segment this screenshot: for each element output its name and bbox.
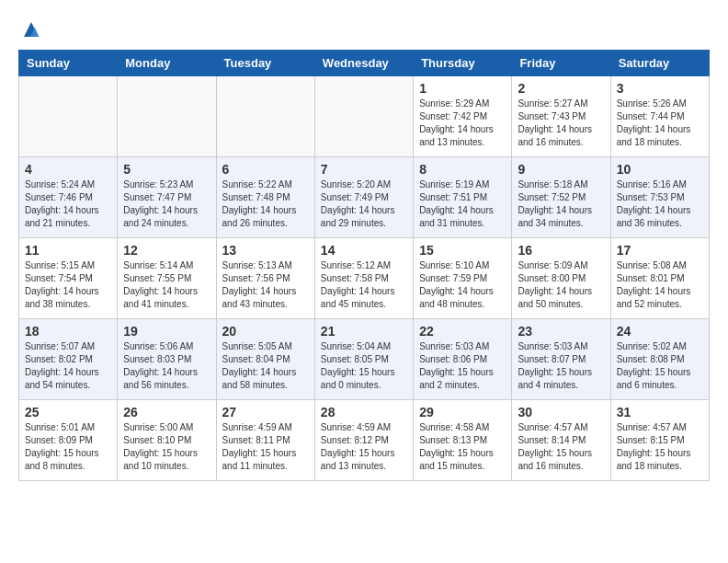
calendar-cell: 7Sunrise: 5:20 AM Sunset: 7:49 PM Daylig… <box>314 157 413 238</box>
day-number: 22 <box>419 324 506 339</box>
page-header <box>18 18 710 40</box>
calendar-cell <box>118 76 216 157</box>
day-number: 4 <box>25 162 111 177</box>
calendar-cell: 11Sunrise: 5:15 AM Sunset: 7:54 PM Dayli… <box>19 238 118 319</box>
day-number: 7 <box>321 162 407 177</box>
day-number: 18 <box>25 324 111 339</box>
day-info: Sunrise: 5:14 AM Sunset: 7:55 PM Dayligh… <box>123 259 210 311</box>
day-number: 16 <box>518 243 604 258</box>
calendar-cell: 9Sunrise: 5:18 AM Sunset: 7:52 PM Daylig… <box>512 157 610 238</box>
day-number: 11 <box>25 243 111 258</box>
day-number: 9 <box>518 162 604 177</box>
logo <box>18 18 42 40</box>
calendar-cell <box>216 76 314 157</box>
day-info: Sunrise: 5:06 AM Sunset: 8:03 PM Dayligh… <box>123 340 210 392</box>
calendar-cell: 6Sunrise: 5:22 AM Sunset: 7:48 PM Daylig… <box>216 157 314 238</box>
day-number: 21 <box>321 324 407 339</box>
day-of-week-header: Sunday <box>19 51 118 76</box>
day-info: Sunrise: 4:57 AM Sunset: 8:14 PM Dayligh… <box>518 421 604 473</box>
day-info: Sunrise: 5:07 AM Sunset: 8:02 PM Dayligh… <box>25 340 111 392</box>
calendar-cell: 3Sunrise: 5:26 AM Sunset: 7:44 PM Daylig… <box>610 76 709 157</box>
day-info: Sunrise: 5:04 AM Sunset: 8:05 PM Dayligh… <box>321 340 407 392</box>
calendar-cell: 29Sunrise: 4:58 AM Sunset: 8:13 PM Dayli… <box>414 400 512 481</box>
calendar-cell: 23Sunrise: 5:03 AM Sunset: 8:07 PM Dayli… <box>512 319 610 400</box>
calendar-cell: 22Sunrise: 5:03 AM Sunset: 8:06 PM Dayli… <box>414 319 512 400</box>
day-number: 23 <box>518 324 604 339</box>
day-info: Sunrise: 5:20 AM Sunset: 7:49 PM Dayligh… <box>321 178 407 230</box>
calendar: SundayMondayTuesdayWednesdayThursdayFrid… <box>18 50 710 481</box>
day-info: Sunrise: 5:22 AM Sunset: 7:48 PM Dayligh… <box>222 178 309 230</box>
day-info: Sunrise: 5:27 AM Sunset: 7:43 PM Dayligh… <box>518 98 604 149</box>
day-number: 13 <box>222 243 309 258</box>
day-number: 5 <box>123 162 210 177</box>
calendar-cell: 5Sunrise: 5:23 AM Sunset: 7:47 PM Daylig… <box>118 157 216 238</box>
day-number: 29 <box>419 405 506 419</box>
day-info: Sunrise: 4:57 AM Sunset: 8:15 PM Dayligh… <box>617 421 703 473</box>
day-number: 26 <box>123 405 210 419</box>
day-number: 17 <box>617 243 703 258</box>
calendar-cell: 15Sunrise: 5:10 AM Sunset: 7:59 PM Dayli… <box>414 238 512 319</box>
calendar-week-row: 1Sunrise: 5:29 AM Sunset: 7:42 PM Daylig… <box>19 76 710 157</box>
calendar-cell: 24Sunrise: 5:02 AM Sunset: 8:08 PM Dayli… <box>610 319 709 400</box>
day-of-week-header: Tuesday <box>216 51 314 76</box>
day-number: 24 <box>617 324 703 339</box>
calendar-week-row: 4Sunrise: 5:24 AM Sunset: 7:46 PM Daylig… <box>19 157 710 238</box>
day-info: Sunrise: 5:24 AM Sunset: 7:46 PM Dayligh… <box>25 178 111 230</box>
day-info: Sunrise: 5:29 AM Sunset: 7:42 PM Dayligh… <box>419 98 506 149</box>
day-info: Sunrise: 5:12 AM Sunset: 7:58 PM Dayligh… <box>321 259 407 311</box>
day-number: 1 <box>419 81 506 96</box>
calendar-cell <box>19 76 118 157</box>
calendar-cell: 26Sunrise: 5:00 AM Sunset: 8:10 PM Dayli… <box>118 400 216 481</box>
day-number: 3 <box>617 81 703 96</box>
day-number: 2 <box>518 81 604 96</box>
day-number: 27 <box>222 405 309 419</box>
day-info: Sunrise: 5:01 AM Sunset: 8:09 PM Dayligh… <box>25 421 111 473</box>
day-of-week-header: Monday <box>118 51 216 76</box>
day-info: Sunrise: 4:59 AM Sunset: 8:11 PM Dayligh… <box>222 421 309 473</box>
calendar-cell: 13Sunrise: 5:13 AM Sunset: 7:56 PM Dayli… <box>216 238 314 319</box>
calendar-cell: 1Sunrise: 5:29 AM Sunset: 7:42 PM Daylig… <box>414 76 512 157</box>
day-info: Sunrise: 5:10 AM Sunset: 7:59 PM Dayligh… <box>419 259 506 311</box>
day-info: Sunrise: 5:03 AM Sunset: 8:07 PM Dayligh… <box>518 340 604 392</box>
day-info: Sunrise: 5:19 AM Sunset: 7:51 PM Dayligh… <box>419 178 506 230</box>
day-number: 10 <box>617 162 703 177</box>
day-of-week-header: Thursday <box>414 51 512 76</box>
day-number: 8 <box>419 162 506 177</box>
day-info: Sunrise: 5:16 AM Sunset: 7:53 PM Dayligh… <box>617 178 703 230</box>
calendar-cell: 19Sunrise: 5:06 AM Sunset: 8:03 PM Dayli… <box>118 319 216 400</box>
calendar-week-row: 18Sunrise: 5:07 AM Sunset: 8:02 PM Dayli… <box>19 319 710 400</box>
calendar-cell: 10Sunrise: 5:16 AM Sunset: 7:53 PM Dayli… <box>610 157 709 238</box>
calendar-cell: 31Sunrise: 4:57 AM Sunset: 8:15 PM Dayli… <box>610 400 709 481</box>
day-info: Sunrise: 5:08 AM Sunset: 8:01 PM Dayligh… <box>617 259 703 311</box>
day-number: 14 <box>321 243 407 258</box>
calendar-header-row: SundayMondayTuesdayWednesdayThursdayFrid… <box>19 51 710 76</box>
calendar-cell: 30Sunrise: 4:57 AM Sunset: 8:14 PM Dayli… <box>512 400 610 481</box>
day-number: 31 <box>617 405 703 419</box>
day-of-week-header: Friday <box>512 51 610 76</box>
day-info: Sunrise: 5:15 AM Sunset: 7:54 PM Dayligh… <box>25 259 111 311</box>
day-number: 20 <box>222 324 309 339</box>
day-number: 12 <box>123 243 210 258</box>
day-number: 28 <box>321 405 407 419</box>
calendar-cell: 21Sunrise: 5:04 AM Sunset: 8:05 PM Dayli… <box>314 319 413 400</box>
day-number: 6 <box>222 162 309 177</box>
day-info: Sunrise: 5:13 AM Sunset: 7:56 PM Dayligh… <box>222 259 309 311</box>
day-info: Sunrise: 5:00 AM Sunset: 8:10 PM Dayligh… <box>123 421 210 473</box>
calendar-week-row: 25Sunrise: 5:01 AM Sunset: 8:09 PM Dayli… <box>19 400 710 481</box>
day-info: Sunrise: 5:23 AM Sunset: 7:47 PM Dayligh… <box>123 178 210 230</box>
day-of-week-header: Wednesday <box>314 51 413 76</box>
calendar-cell: 12Sunrise: 5:14 AM Sunset: 7:55 PM Dayli… <box>118 238 216 319</box>
logo-icon <box>20 18 42 40</box>
calendar-cell <box>314 76 413 157</box>
day-info: Sunrise: 5:03 AM Sunset: 8:06 PM Dayligh… <box>419 340 506 392</box>
day-info: Sunrise: 5:05 AM Sunset: 8:04 PM Dayligh… <box>222 340 309 392</box>
day-number: 19 <box>123 324 210 339</box>
day-info: Sunrise: 5:09 AM Sunset: 8:00 PM Dayligh… <box>518 259 604 311</box>
day-info: Sunrise: 5:02 AM Sunset: 8:08 PM Dayligh… <box>617 340 703 392</box>
calendar-cell: 16Sunrise: 5:09 AM Sunset: 8:00 PM Dayli… <box>512 238 610 319</box>
calendar-cell: 2Sunrise: 5:27 AM Sunset: 7:43 PM Daylig… <box>512 76 610 157</box>
day-info: Sunrise: 5:18 AM Sunset: 7:52 PM Dayligh… <box>518 178 604 230</box>
day-number: 30 <box>518 405 604 419</box>
day-number: 15 <box>419 243 506 258</box>
calendar-cell: 4Sunrise: 5:24 AM Sunset: 7:46 PM Daylig… <box>19 157 118 238</box>
